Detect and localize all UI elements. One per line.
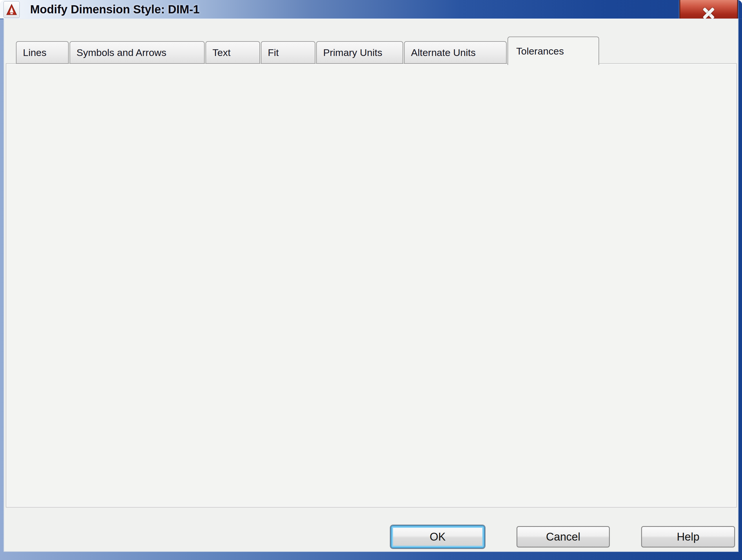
- tab-symbols-and-arrows[interactable]: Symbols and Arrows: [69, 41, 205, 64]
- cancel-button[interactable]: Cancel: [517, 526, 610, 548]
- tab-lines[interactable]: Lines: [16, 41, 69, 64]
- ok-button[interactable]: OK: [391, 525, 485, 548]
- tab-fit[interactable]: Fit: [261, 41, 315, 64]
- autocad-logo-icon: [3, 1, 20, 18]
- tab-primary-units[interactable]: Primary Units: [316, 41, 403, 64]
- titlebar: Modify Dimension Style: DIM-1: [0, 0, 742, 19]
- tab-tolerances[interactable]: Tolerances: [508, 37, 599, 65]
- tab-alternate-units[interactable]: Alternate Units: [404, 41, 507, 64]
- window-title: Modify Dimension Style: DIM-1: [30, 3, 200, 16]
- tab-page: [6, 64, 736, 507]
- dialog-window: Modify Dimension Style: DIM-1 Lines Symb…: [0, 0, 742, 560]
- help-button[interactable]: Help: [641, 526, 735, 548]
- tab-text[interactable]: Text: [206, 41, 260, 64]
- close-icon: [702, 7, 716, 20]
